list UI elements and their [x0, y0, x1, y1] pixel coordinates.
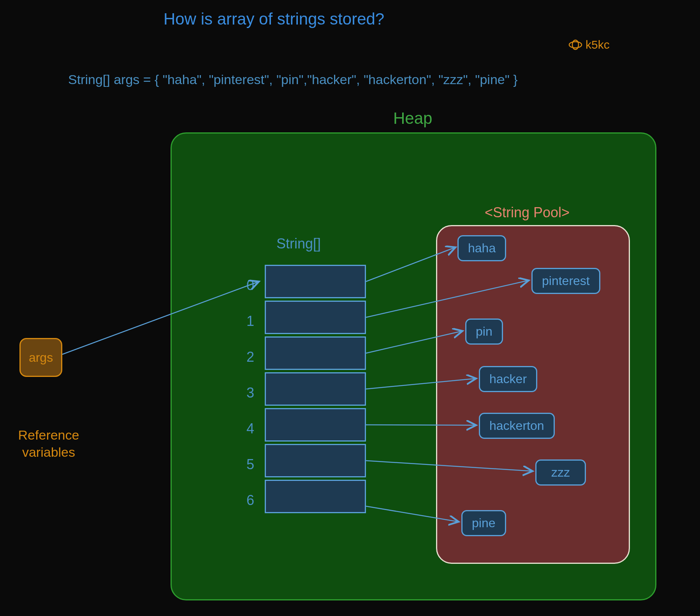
- array-cells: [265, 265, 366, 516]
- pool-item-haha: haha: [457, 235, 506, 261]
- pool-item-hackerton: hackerton: [479, 413, 555, 439]
- code-declaration: String[] args = { "haha", "pinterest", "…: [68, 72, 518, 87]
- pool-item-pinterest: pinterest: [531, 268, 600, 294]
- array-cell-4: [265, 408, 366, 442]
- array-cell-3: [265, 372, 366, 406]
- diagram-title: How is array of strings stored?: [164, 10, 384, 28]
- array-index-5: 5: [239, 456, 254, 473]
- pool-item-pine: pine: [461, 510, 506, 536]
- array-index-4: 4: [239, 421, 254, 437]
- watermark: k5kc: [568, 38, 610, 51]
- array-cell-6: [265, 480, 366, 513]
- pool-item-zzz: zzz: [535, 459, 586, 486]
- array-index-2: 2: [239, 349, 254, 365]
- pool-item-hacker: hacker: [479, 366, 537, 392]
- array-index-0: 0: [239, 277, 254, 294]
- array-cell-0: [265, 265, 366, 298]
- array-cell-1: [265, 301, 366, 334]
- string-pool-label: <String Pool>: [485, 204, 570, 221]
- array-index-1: 1: [239, 313, 254, 329]
- array-index-3: 3: [239, 385, 254, 401]
- args-variable: args: [19, 338, 62, 377]
- heap-label: Heap: [393, 109, 432, 128]
- array-cell-5: [265, 444, 366, 477]
- array-cell-2: [265, 336, 366, 370]
- watermark-icon: [568, 39, 582, 50]
- watermark-text: k5kc: [586, 38, 610, 51]
- svg-point-0: [569, 42, 582, 48]
- array-type-label: String[]: [276, 236, 321, 252]
- array-index-6: 6: [239, 492, 254, 509]
- reference-variables-label: Reference variables: [12, 426, 86, 461]
- pool-item-pin: pin: [465, 319, 503, 345]
